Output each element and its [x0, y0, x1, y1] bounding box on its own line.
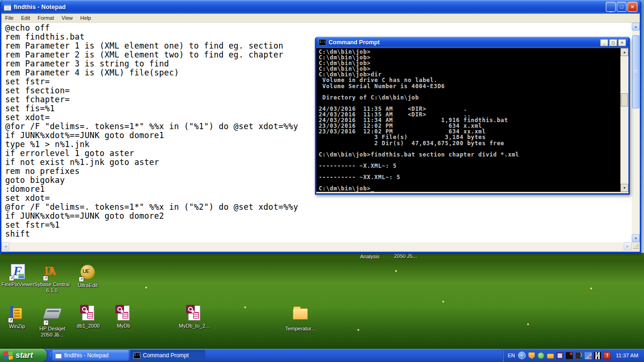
notepad-titlebar[interactable]: findthis - Notepad _ □ ×: [1, 0, 640, 14]
menu-file[interactable]: File: [1, 14, 17, 22]
desktop-icon-label: MyDb_to_2...: [176, 323, 212, 329]
menu-edit[interactable]: Edit: [17, 14, 34, 22]
partial-icon-label-2050[interactable]: 2050 J5...: [394, 253, 417, 259]
desktop-icon-finepixviewer[interactable]: ↗ FinePixViewer: [0, 264, 36, 288]
desktop-icon-label: UltraEdit: [70, 282, 106, 288]
scroll-right-icon[interactable]: ▶: [624, 242, 632, 250]
desktop-icon-label: Temperatur...: [282, 326, 318, 332]
desktop-icon-label: MyDb: [106, 323, 141, 329]
taskbar-divider: [47, 349, 51, 362]
console-output-area[interactable]: C:\dm\bin\job> C:\dm\bin\job> C:\dm\bin\…: [316, 48, 628, 192]
desktop-icon-hp-deskjet[interactable]: ↗ HP Deskjet 2050 J5...: [34, 305, 70, 338]
shortcut-arrow-icon: ↗: [79, 277, 84, 282]
shortcut-arrow-icon: ↗: [43, 276, 48, 281]
taskbar-clock[interactable]: 11:37 AM: [613, 353, 640, 358]
console-titlebar[interactable]: Command Prompt _ □ ×: [316, 37, 628, 48]
scroll-up-icon[interactable]: ▲: [632, 23, 640, 31]
console-title: Command Prompt: [329, 39, 600, 46]
command-prompt-icon: [133, 353, 140, 359]
notepad-text[interactable]: @echo off rem findthis.bat rem Parameter…: [5, 24, 298, 239]
taskbar-button-command-prompt[interactable]: Command Prompt: [131, 350, 205, 361]
desktop-icon-db1-2000[interactable]: db1_2000: [70, 305, 106, 329]
folder-tray-icon[interactable]: [547, 354, 554, 359]
menu-view[interactable]: View: [58, 14, 77, 22]
scroll-down-icon[interactable]: ▼: [620, 184, 628, 192]
menu-format[interactable]: Format: [34, 14, 58, 22]
access-database-icon: [117, 305, 130, 321]
windows-flag-icon: [3, 351, 13, 360]
wireless-signal-icon[interactable]: [575, 352, 582, 359]
minimize-button[interactable]: _: [606, 2, 616, 12]
close-button[interactable]: ×: [618, 39, 626, 46]
folder-icon: [293, 308, 308, 320]
menu-help[interactable]: Help: [76, 14, 95, 22]
alert-tray-icon[interactable]: [603, 352, 611, 359]
antivirus-icon[interactable]: [594, 352, 601, 359]
vertical-scroll-thumb[interactable]: [621, 93, 628, 107]
network-disconnected-icon[interactable]: [585, 352, 592, 359]
hp-deskjet-icon: [42, 308, 62, 319]
desktop-icon-sybase-central[interactable]: ↗ Sybase Central 6.1.0: [34, 264, 70, 294]
maximize-button[interactable]: □: [609, 39, 617, 46]
maximize-button[interactable]: □: [617, 2, 627, 12]
desktop-icon-mydb-to-2[interactable]: MyDb_to_2...: [176, 305, 212, 329]
command-prompt-window: Command Prompt _ □ × C:\dm\bin\job> C:\d…: [315, 37, 630, 195]
scroll-left-icon[interactable]: ◀: [1, 242, 9, 250]
desktop-icon-label: Sybase Central 6.1.0: [34, 281, 70, 294]
certificate-icon[interactable]: [537, 352, 545, 359]
console-text[interactable]: C:\dm\bin\job> C:\dm\bin\job> C:\dm\bin\…: [319, 49, 519, 191]
command-prompt-icon: [319, 39, 326, 46]
system-tray: EN ‹ 11:37 AM: [503, 349, 644, 362]
shortcut-arrow-icon: ↗: [8, 318, 13, 323]
desktop-icon-label: HP Deskjet 2050 J5...: [34, 326, 70, 338]
hide-icons-chevron-icon[interactable]: ‹: [518, 352, 526, 359]
start-button-label: start: [16, 351, 33, 360]
desktop-icon-winzip[interactable]: ↗ WinZip: [0, 305, 35, 329]
taskbar-button-notepad[interactable]: findthis - Notepad: [52, 350, 129, 361]
scroll-down-icon[interactable]: ▼: [632, 234, 640, 242]
desktop-icon-temperatur[interactable]: Temperatur...: [282, 305, 318, 332]
desktop-icon-ultraedit[interactable]: ↗ UltraEdit: [70, 264, 106, 288]
partial-icon-label-analysis[interactable]: Analysis: [360, 254, 380, 259]
language-indicator[interactable]: EN: [507, 353, 516, 358]
shortcut-arrow-icon: ↗: [43, 320, 49, 325]
desktop-icon-label: db1_2000: [70, 323, 106, 329]
access-database-icon: [188, 305, 200, 321]
resize-grip[interactable]: [632, 242, 640, 250]
notepad-icon: [4, 3, 11, 11]
notepad-vertical-scrollbar[interactable]: ▲ ▼: [632, 23, 640, 242]
display-settings-icon[interactable]: [556, 352, 563, 359]
desktop-icon-label: FinePixViewer: [0, 281, 36, 288]
scroll-up-icon[interactable]: ▲: [620, 48, 628, 56]
taskbar: start findthis - Notepad Command Prompt …: [0, 349, 644, 362]
desktop-icon-mydb[interactable]: MyDb: [106, 305, 141, 329]
notepad-title: findthis - Notepad: [14, 3, 606, 10]
notepad-icon: [55, 352, 62, 359]
notepad-horizontal-scrollbar[interactable]: ◀ ▶: [1, 242, 632, 250]
taskbar-button-label: Command Prompt: [143, 352, 189, 359]
console-scrollbar[interactable]: ▲ ▼: [620, 48, 628, 192]
desktop-icon-label: WinZip: [0, 323, 35, 329]
close-button[interactable]: ×: [627, 2, 637, 12]
minimize-button[interactable]: _: [600, 39, 608, 46]
security-shield-icon[interactable]: [528, 352, 535, 359]
notepad-menubar: File Edit Format View Help: [1, 14, 640, 23]
app-black-icon[interactable]: [566, 352, 573, 359]
vertical-scroll-thumb[interactable]: [632, 35, 639, 108]
access-database-icon: [82, 305, 94, 321]
taskbar-button-label: findthis - Notepad: [64, 352, 108, 359]
start-button[interactable]: start: [0, 349, 47, 362]
shortcut-arrow-icon: ↗: [9, 276, 14, 281]
